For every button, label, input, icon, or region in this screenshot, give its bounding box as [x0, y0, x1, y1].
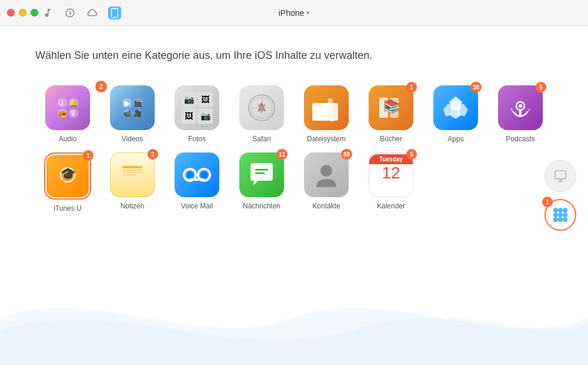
list-item[interactable]: 5 Podcasts — [488, 85, 553, 143]
videos-label: Videos — [122, 135, 143, 143]
svg-point-43 — [553, 217, 558, 222]
close-button[interactable] — [7, 9, 15, 16]
list-item[interactable]: Voice Mail — [165, 152, 229, 213]
podcasts-badge: 5 — [536, 82, 546, 92]
page-subtitle: Wählen Sie unten eine Kategorie aus, um … — [35, 49, 553, 62]
svg-text:🎓: 🎓 — [60, 166, 76, 182]
list-item[interactable]: Tuesday 12 5 Kalender — [359, 152, 423, 213]
apps-icon-wrapper: 38 — [433, 85, 478, 130]
buecher-app-icon: 📚 — [369, 85, 413, 130]
svg-point-40 — [553, 213, 558, 217]
fotos-label: Fotos — [188, 135, 206, 143]
kalender-app-icon: Tuesday 12 — [369, 152, 413, 197]
kalender-badge: 5 — [406, 149, 417, 160]
list-item[interactable]: Safari — [229, 85, 294, 143]
svg-rect-2 — [113, 8, 116, 9]
svg-rect-34 — [255, 172, 265, 174]
svg-point-3 — [114, 16, 115, 17]
list-item[interactable]: 2 ▶ 🎬 📹 🎥 Videos — [100, 85, 165, 143]
notizen-badge: 2 — [148, 149, 158, 160]
fotos-app-icon: 📷 🖼 🖼 📷 — [175, 85, 219, 130]
list-item[interactable]: 2 Notizen — [100, 152, 165, 213]
notizen-icon-wrapper: 2 — [110, 152, 155, 197]
device-top-button[interactable] — [544, 160, 576, 192]
buecher-badge: 1 — [406, 82, 417, 92]
audio-label: Audio — [59, 135, 77, 143]
fotos-icon-wrapper: 📷 🖼 🖼 📷 — [175, 85, 219, 130]
svg-point-41 — [558, 213, 563, 217]
podcasts-app-icon — [498, 85, 543, 130]
svg-point-35 — [320, 165, 332, 177]
clock-icon[interactable] — [64, 6, 76, 19]
svg-point-19 — [519, 104, 522, 108]
category-grid: ♪ 🔔 📻 🎙 Audio 2 ▶ 🎬 — [35, 85, 553, 213]
svg-rect-25 — [122, 170, 142, 171]
safari-icon-wrapper — [239, 85, 284, 130]
apps-grid-button[interactable]: 1 — [544, 199, 576, 231]
nachrichten-label: Nachrichten — [243, 202, 280, 210]
svg-rect-13 — [322, 103, 338, 121]
dateisystem-app-icon — [304, 85, 349, 130]
device-icon[interactable] — [108, 6, 121, 19]
svg-rect-33 — [255, 169, 268, 171]
nachrichten-badge: 11 — [276, 149, 288, 160]
videos-app-icon: ▶ 🎬 📹 🎥 — [110, 85, 155, 130]
apps-app-icon — [433, 85, 478, 130]
list-item[interactable]: ♪ 🔔 📻 🎙 Audio — [35, 85, 100, 143]
itunes-badge: 1 — [83, 150, 93, 161]
list-item[interactable]: 🎓 1 iTunes U — [35, 152, 100, 213]
svg-rect-36 — [555, 171, 566, 179]
kontakte-app-icon — [304, 152, 349, 197]
apps-badge: 38 — [470, 82, 482, 92]
svg-point-31 — [187, 172, 193, 178]
voicemail-icon-wrapper — [175, 152, 219, 197]
voicemail-label: Voice Mail — [181, 202, 213, 210]
content-area: Wählen Sie unten eine Kategorie aus, um … — [0, 26, 588, 213]
podcasts-icon-wrapper: 5 — [498, 85, 543, 130]
svg-text:📚: 📚 — [383, 98, 400, 114]
list-item[interactable]: Dateisystem — [294, 85, 359, 143]
apps-label: Apps — [447, 135, 463, 143]
dateisystem-label: Dateisystem — [307, 135, 346, 143]
buecher-label: Bücher — [380, 135, 402, 143]
kontakte-icon-wrapper: 88 — [304, 152, 349, 197]
notizen-label: Notizen — [121, 202, 145, 210]
svg-point-38 — [558, 208, 563, 213]
svg-rect-24 — [122, 166, 142, 168]
list-item[interactable]: 88 Kontakte — [294, 152, 359, 213]
kalender-icon-wrapper: Tuesday 12 5 — [369, 152, 413, 197]
window-title: iPhone ▾ — [279, 8, 310, 18]
music-icon[interactable] — [41, 6, 54, 19]
svg-point-44 — [558, 217, 563, 222]
list-item[interactable]: 38 Apps — [423, 85, 488, 143]
list-item[interactable]: 📚 1 Bücher — [359, 85, 423, 143]
maximize-button[interactable] — [31, 9, 38, 16]
podcasts-label: Podcasts — [506, 135, 534, 143]
kontakte-label: Kontakte — [312, 202, 340, 210]
nachrichten-icon-wrapper: 11 — [239, 152, 284, 197]
minimize-button[interactable] — [19, 9, 26, 16]
svg-point-42 — [563, 213, 567, 217]
videos-icon-wrapper: ▶ 🎬 📹 🎥 — [110, 85, 155, 130]
list-item[interactable]: 11 Nachrichten — [229, 152, 294, 213]
step-badge-1: 1 — [542, 197, 553, 207]
notizen-app-icon — [110, 152, 155, 197]
audio-icon-wrapper: ♪ 🔔 📻 🎙 — [45, 85, 90, 130]
cloud-icon[interactable] — [86, 6, 99, 19]
step-badge-videos: 2 — [95, 81, 107, 92]
svg-point-37 — [553, 208, 558, 213]
list-item[interactable]: 📷 🖼 🖼 📷 Fotos — [165, 85, 229, 143]
buecher-icon-wrapper: 📚 1 — [369, 85, 413, 130]
itunes-label: iTunes U — [54, 204, 82, 213]
svg-point-32 — [201, 172, 207, 178]
dateisystem-icon-wrapper — [304, 85, 349, 130]
wave-decoration — [0, 271, 588, 365]
safari-label: Safari — [252, 135, 270, 143]
svg-rect-30 — [190, 178, 204, 181]
main-content: Wählen Sie unten eine Kategorie aus, um … — [0, 26, 588, 365]
svg-rect-27 — [122, 174, 136, 175]
traffic-lights — [7, 9, 38, 16]
itunes-icon-wrapper: 🎓 1 — [44, 152, 91, 200]
svg-point-45 — [563, 217, 567, 222]
nachrichten-app-icon — [239, 152, 284, 197]
